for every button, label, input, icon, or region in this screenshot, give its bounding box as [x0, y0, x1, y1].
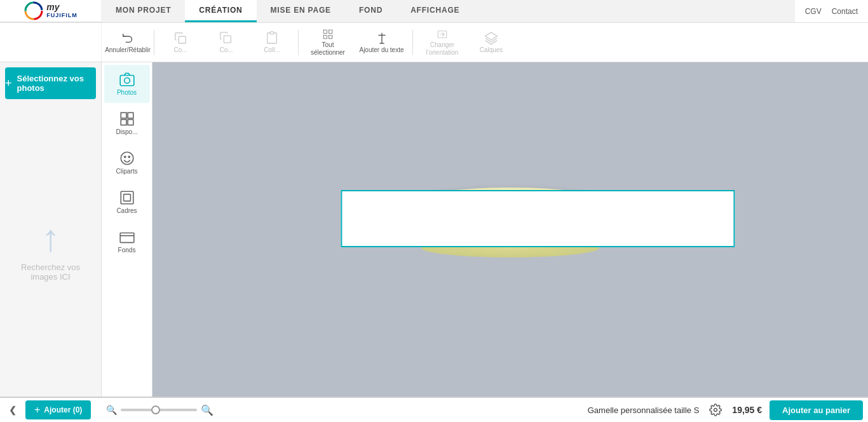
nav-tab-affichage[interactable]: AFFICHAGE	[397, 0, 473, 22]
svg-point-22	[121, 152, 133, 165]
zoom-in-icon[interactable]: 🔍	[201, 404, 214, 416]
cliparts-label: Cliparts	[116, 168, 138, 175]
camera-icon	[119, 71, 135, 88]
copy2-icon	[219, 31, 233, 45]
svg-rect-6	[270, 31, 274, 34]
select-photos-button[interactable]: + Sélectionnez vos photos	[5, 67, 96, 99]
paste-label: Coll...	[264, 46, 280, 54]
svg-rect-4	[179, 36, 186, 43]
nav-tab-fond[interactable]: FOND	[345, 0, 397, 22]
side-icon-bar: Photos Dispo... Cl	[102, 62, 153, 397]
cadres-label: Cadres	[116, 207, 137, 215]
smiley-icon	[119, 150, 135, 167]
undo-redo-icon	[121, 31, 135, 45]
select-all-label: Tout sélectionner	[305, 41, 351, 57]
select-all-button[interactable]: Tout sélectionner	[302, 26, 353, 59]
nav-tab-mon-projet[interactable]: MON PROJET	[102, 0, 185, 22]
svg-rect-10	[329, 35, 332, 38]
add-to-cart-button[interactable]: Ajouter au panier	[770, 400, 863, 420]
settings-button[interactable]	[707, 401, 724, 419]
sep1	[154, 30, 154, 55]
plus-icon: +	[5, 77, 12, 90]
svg-rect-25	[121, 191, 133, 204]
undo-redo-button[interactable]: Annuler/Rétablir	[105, 26, 150, 59]
orientation-icon	[435, 29, 449, 40]
svg-rect-20	[121, 119, 126, 125]
logo-brand: FUJIFILM	[46, 13, 78, 19]
zoom-out-icon[interactable]: 🔍	[106, 405, 117, 415]
svg-rect-8	[329, 30, 332, 33]
layout-icon	[119, 111, 135, 127]
upload-hint-text: Recherchez vos images ICI	[10, 262, 91, 282]
svg-point-24	[128, 156, 130, 158]
prev-page-button[interactable]: ❮	[5, 402, 20, 418]
sep3	[412, 30, 413, 55]
paste-button[interactable]: Coll...	[250, 26, 294, 59]
nav-tab-creation[interactable]: CRÉATION	[185, 0, 256, 22]
background-icon	[119, 229, 135, 245]
svg-point-23	[124, 156, 125, 158]
toolbar: Annuler/Rétablir Co... Co...	[102, 23, 517, 62]
gear-icon	[709, 404, 722, 416]
copy1-label: Co...	[173, 46, 187, 54]
frame-icon	[119, 189, 135, 206]
layers-button[interactable]: Calques	[469, 26, 513, 59]
add-page-button[interactable]: + Ajouter (0)	[25, 400, 91, 419]
svg-rect-19	[128, 112, 133, 118]
svg-rect-18	[121, 112, 126, 118]
price-label: 19,95 €	[732, 405, 762, 415]
copy2-label: Co...	[219, 46, 233, 54]
svg-rect-27	[120, 233, 134, 243]
add-icon: +	[34, 404, 40, 416]
add-text-icon	[375, 31, 389, 45]
copy1-button[interactable]: Co...	[158, 26, 203, 59]
text-label-box[interactable]	[341, 190, 735, 247]
paste-icon	[265, 31, 279, 45]
sep2	[298, 30, 299, 55]
side-icon-fonds[interactable]: Fonds	[104, 222, 150, 261]
svg-rect-26	[123, 194, 130, 201]
logo-my: my	[46, 3, 78, 12]
product-info: Gamelle personnalisée taille S 19,95 € A…	[588, 400, 863, 420]
cgv-link[interactable]: CGV	[805, 7, 822, 16]
select-all-icon	[321, 29, 335, 40]
contact-link[interactable]: Contact	[832, 7, 858, 16]
orientation-button[interactable]: Changer l'orientation	[417, 26, 468, 59]
nav-tab-mise-en-page[interactable]: MISE EN PAGE	[257, 0, 345, 22]
svg-point-29	[714, 409, 717, 412]
layers-icon	[484, 31, 498, 45]
toolbar-row: Annuler/Rétablir Co... Co...	[0, 23, 868, 62]
svg-rect-5	[224, 36, 231, 43]
orientation-label: Changer l'orientation	[419, 41, 465, 57]
side-icon-cadres[interactable]: Cadres	[104, 183, 150, 221]
side-icon-dispo[interactable]: Dispo...	[104, 104, 150, 142]
canvas-area	[153, 62, 868, 397]
top-links: CGV Contact	[794, 0, 868, 22]
select-photos-label: Sélectionnez vos photos	[17, 74, 96, 93]
svg-rect-21	[128, 119, 133, 125]
layers-label: Calques	[480, 46, 503, 54]
side-icon-cliparts[interactable]: Cliparts	[104, 144, 150, 182]
undo-redo-label: Annuler/Rétablir	[105, 46, 151, 54]
side-icon-photos[interactable]: Photos	[104, 65, 150, 103]
fonds-label: Fonds	[118, 247, 136, 254]
add-page-label: Ajouter (0)	[44, 405, 82, 414]
product-name-label: Gamelle personnalisée taille S	[588, 405, 700, 415]
svg-marker-15	[485, 32, 497, 39]
upload-arrow-icon: ↑	[41, 219, 60, 257]
zoom-handle[interactable]	[151, 405, 160, 414]
dispo-label: Dispo...	[116, 128, 138, 136]
svg-point-17	[124, 78, 130, 83]
logo-text-group: my FUJIFILM	[46, 3, 78, 18]
nav-tabs: MON PROJET CRÉATION MISE EN PAGE FOND AF…	[102, 0, 794, 22]
copy1-icon	[173, 31, 187, 45]
upload-hint-area: ↑ Recherchez vos images ICI	[0, 104, 101, 397]
photos-label: Photos	[117, 89, 137, 97]
add-text-button[interactable]: Ajouter du texte	[355, 26, 409, 59]
zoom-slider[interactable]	[121, 409, 197, 411]
fujifilm-logo-icon	[24, 1, 44, 21]
zoom-controls: 🔍 🔍	[106, 404, 214, 416]
copy2-button[interactable]: Co...	[204, 26, 248, 59]
logo-area: my FUJIFILM	[0, 0, 102, 22]
toolbar-spacer	[0, 23, 102, 62]
